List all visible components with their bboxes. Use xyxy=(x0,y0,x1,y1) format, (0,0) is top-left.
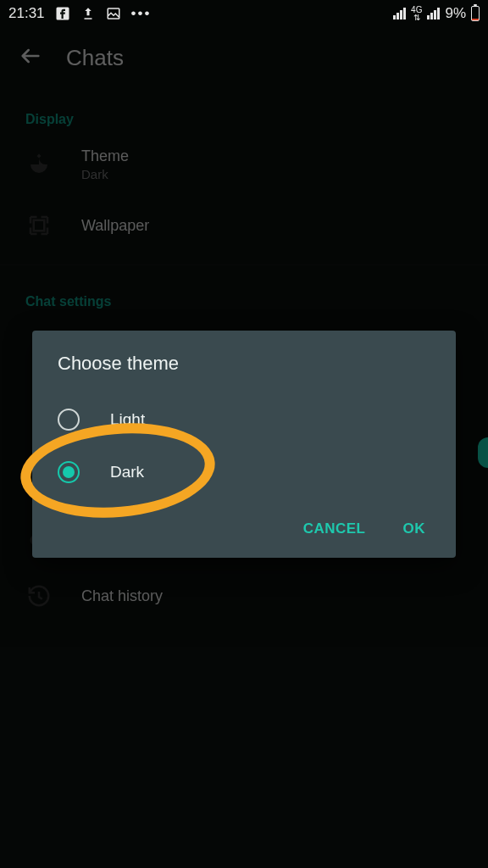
radio-label-light: Light xyxy=(110,410,145,429)
radio-icon xyxy=(58,409,80,431)
theme-dialog: Choose theme Light Dark CANCEL OK xyxy=(32,331,456,558)
radio-option-light[interactable]: Light xyxy=(32,393,456,446)
ok-button[interactable]: OK xyxy=(403,520,426,537)
radio-label-dark: Dark xyxy=(110,463,144,481)
status-bar-right: 4G⇅ 9% xyxy=(393,5,480,22)
status-bar-left: 21:31 ••• xyxy=(8,5,151,22)
more-notifications-icon: ••• xyxy=(131,5,152,22)
signal-icon-2 xyxy=(427,8,440,19)
dialog-actions: CANCEL OK xyxy=(32,498,456,544)
radio-option-dark[interactable]: Dark xyxy=(32,446,456,498)
battery-icon xyxy=(471,6,480,21)
image-icon xyxy=(106,6,121,21)
battery-percent: 9% xyxy=(445,5,466,22)
cancel-button[interactable]: CANCEL xyxy=(303,520,366,537)
signal-icon-1 xyxy=(393,8,406,19)
status-bar: 21:31 ••• 4G⇅ 9% xyxy=(0,0,488,27)
facebook-icon xyxy=(55,6,70,21)
dialog-title: Choose theme xyxy=(32,353,456,393)
upload-icon xyxy=(80,6,96,21)
network-4g-icon: 4G⇅ xyxy=(411,6,422,21)
status-time: 21:31 xyxy=(8,5,45,22)
radio-icon-selected xyxy=(58,461,80,483)
